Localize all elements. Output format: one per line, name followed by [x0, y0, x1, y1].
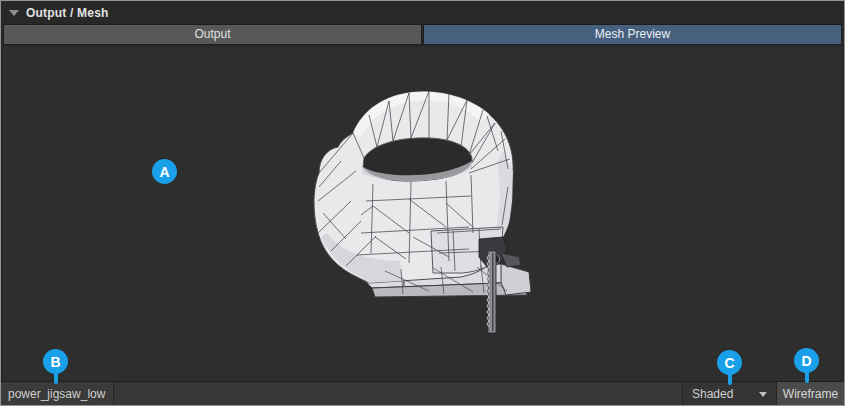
annotation-pointer [728, 372, 732, 385]
annotation-letter: A [159, 164, 169, 180]
annotation-badge-c: C [717, 350, 742, 375]
statusbar-spacer [114, 382, 683, 405]
shading-mode-value: Shaded [692, 387, 733, 401]
shading-mode-dropdown[interactable]: Shaded [683, 382, 776, 405]
annotation-letter: B [50, 354, 60, 370]
annotation-pointer [54, 371, 58, 384]
chevron-down-icon [759, 392, 767, 397]
annotation-badge-d: D [794, 348, 819, 373]
foldout-triangle-icon[interactable] [9, 10, 19, 16]
panel-header: Output / Mesh [1, 1, 844, 24]
panel-title: Output / Mesh [26, 6, 109, 20]
output-mesh-panel: Output / Mesh Output Mesh Preview power_… [0, 0, 845, 406]
tab-bar: Output Mesh Preview [3, 24, 842, 45]
mesh-name-label: power_jigsaw_low [1, 382, 114, 405]
annotation-badge-b: B [43, 349, 68, 374]
tab-mesh-preview[interactable]: Mesh Preview [423, 24, 842, 45]
annotation-pointer [805, 370, 809, 383]
annotation-letter: C [724, 355, 734, 371]
annotation-badge-a: A [152, 159, 177, 184]
status-bar: power_jigsaw_low Shaded Wireframe [1, 381, 844, 405]
annotation-letter: D [801, 353, 811, 369]
wireframe-toggle[interactable]: Wireframe [776, 382, 844, 405]
mesh-preview-viewport[interactable] [3, 46, 842, 381]
tab-output[interactable]: Output [3, 24, 422, 45]
